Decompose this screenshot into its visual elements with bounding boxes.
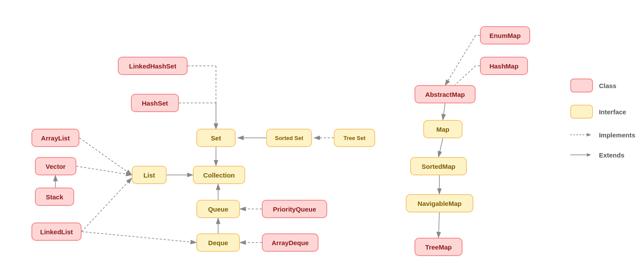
- svg-line-12: [79, 138, 132, 175]
- legend-class-box: [570, 79, 593, 92]
- node-queue: Queue: [196, 200, 240, 218]
- legend-implements-arrow: [570, 131, 593, 139]
- svg-line-23: [443, 103, 445, 120]
- node-collection: Collection: [193, 166, 245, 184]
- svg-line-15: [82, 178, 132, 232]
- svg-line-26: [438, 212, 439, 238]
- node-sortedmap: SortedMap: [410, 157, 467, 175]
- svg-line-20: [445, 35, 476, 85]
- legend-extends-label: Extends: [599, 151, 624, 159]
- node-enummap: EnumMap: [480, 26, 530, 44]
- arrows-svg: [0, 0, 644, 277]
- svg-line-24: [438, 138, 443, 157]
- legend-interface-label: Interface: [599, 108, 627, 116]
- legend-class-label: Class: [599, 82, 617, 89]
- legend-class: Class: [570, 79, 635, 92]
- legend-implements-label: Implements: [599, 131, 635, 139]
- node-vector: Vector: [35, 157, 76, 175]
- node-abstractmap: AbstractMap: [414, 85, 476, 103]
- node-sortedset: Sorted Set: [266, 129, 312, 147]
- node-arraylist: ArrayList: [31, 129, 79, 147]
- node-treemap: TreeMap: [414, 238, 462, 256]
- svg-line-13: [76, 166, 132, 175]
- svg-marker-28: [587, 133, 591, 137]
- node-hashmap: HashMap: [480, 57, 528, 75]
- node-list: List: [132, 166, 167, 184]
- legend-interface: Interface: [570, 105, 635, 119]
- legend: Class Interface Implements Extends: [570, 79, 635, 159]
- legend-extends: Extends: [570, 151, 635, 159]
- legend-extends-arrow: [570, 151, 593, 159]
- node-stack: Stack: [35, 188, 74, 206]
- node-priorityqueue: PriorityQueue: [262, 200, 327, 218]
- node-navigablemap: NavigableMap: [406, 194, 473, 212]
- svg-line-16: [82, 232, 196, 243]
- node-linkedhashset: LinkedHashSet: [118, 57, 188, 75]
- diagram-container: LinkedHashSet HashSet Set Sorted Set Tre…: [0, 0, 644, 277]
- node-hashset: HashSet: [131, 94, 179, 112]
- node-linkedlist: LinkedList: [31, 222, 82, 241]
- node-treeset: Tree Set: [334, 129, 375, 147]
- svg-marker-30: [587, 153, 591, 157]
- legend-interface-box: [570, 105, 593, 119]
- legend-implements: Implements: [570, 131, 635, 139]
- node-deque: Deque: [196, 233, 240, 252]
- node-set: Set: [196, 129, 236, 147]
- node-arraydeque: ArrayDeque: [262, 233, 319, 252]
- node-map: Map: [423, 120, 462, 138]
